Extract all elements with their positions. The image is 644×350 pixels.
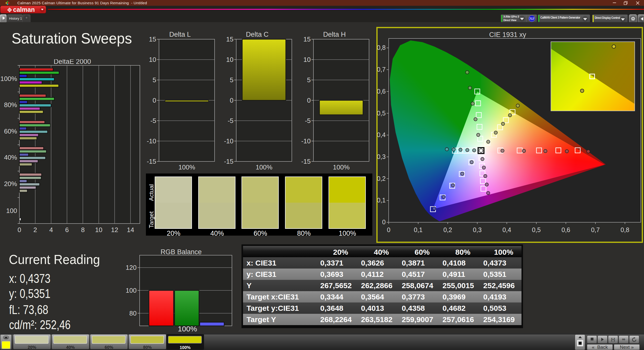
svg-text:0,8: 0,8 bbox=[621, 226, 629, 233]
svg-text:2: 2 bbox=[33, 226, 37, 234]
svg-text:6: 6 bbox=[65, 226, 69, 234]
svg-text:14: 14 bbox=[127, 226, 134, 234]
svg-text:0,5: 0,5 bbox=[377, 110, 386, 117]
svg-text:0,3: 0,3 bbox=[473, 226, 482, 233]
svg-text:15: 15 bbox=[149, 35, 156, 43]
svg-text:100: 100 bbox=[126, 287, 137, 294]
svg-text:20%: 20% bbox=[4, 180, 17, 188]
svg-text:Delta H: Delta H bbox=[323, 32, 346, 38]
svg-text:40%: 40% bbox=[4, 154, 17, 161]
svg-text:-5: -5 bbox=[305, 117, 311, 124]
svg-text:15: 15 bbox=[226, 35, 233, 43]
svg-text:0,8: 0,8 bbox=[377, 44, 386, 51]
svg-text:-15: -15 bbox=[147, 158, 156, 165]
svg-text:Delta C: Delta C bbox=[246, 32, 268, 38]
svg-text:10: 10 bbox=[95, 226, 102, 234]
svg-text:-10: -10 bbox=[224, 137, 233, 145]
svg-text:5: 5 bbox=[230, 76, 233, 84]
svg-text:15: 15 bbox=[303, 35, 311, 43]
svg-text:0,6: 0,6 bbox=[561, 226, 570, 233]
svg-text:120: 120 bbox=[126, 264, 137, 271]
svg-text:0,6: 0,6 bbox=[377, 88, 386, 95]
svg-text:0,7: 0,7 bbox=[591, 226, 600, 233]
svg-text:0,1: 0,1 bbox=[414, 226, 423, 233]
svg-text:10: 10 bbox=[226, 56, 233, 63]
svg-text:60%: 60% bbox=[4, 127, 17, 135]
svg-text:80: 80 bbox=[129, 310, 137, 317]
svg-text:0: 0 bbox=[382, 218, 386, 226]
svg-text:0: 0 bbox=[230, 97, 233, 104]
svg-text:0,3: 0,3 bbox=[377, 153, 386, 160]
svg-text:10: 10 bbox=[303, 56, 311, 63]
svg-text:-10: -10 bbox=[301, 137, 311, 145]
svg-text:100%: 100% bbox=[333, 163, 350, 171]
svg-text:-15: -15 bbox=[224, 158, 233, 165]
svg-text:0: 0 bbox=[307, 97, 311, 104]
svg-text:4: 4 bbox=[49, 226, 53, 234]
svg-text:100%: 100% bbox=[256, 163, 272, 171]
svg-text:8: 8 bbox=[81, 226, 85, 234]
svg-text:12: 12 bbox=[111, 226, 118, 234]
svg-text:5: 5 bbox=[307, 76, 311, 84]
svg-text:0,2: 0,2 bbox=[443, 226, 452, 233]
svg-text:100%: 100% bbox=[1, 75, 17, 82]
svg-text:100: 100 bbox=[6, 207, 17, 214]
svg-text:DeltaE 2000: DeltaE 2000 bbox=[54, 59, 91, 65]
svg-text:100%: 100% bbox=[178, 163, 195, 171]
svg-text:80%: 80% bbox=[4, 101, 17, 109]
svg-text:-5: -5 bbox=[228, 117, 233, 124]
svg-text:0,2: 0,2 bbox=[377, 175, 386, 182]
svg-text:CIE 1931 xy: CIE 1931 xy bbox=[489, 31, 526, 38]
svg-text:0: 0 bbox=[18, 226, 21, 234]
svg-text:Delta L: Delta L bbox=[169, 32, 191, 38]
svg-text:-5: -5 bbox=[150, 117, 156, 124]
svg-text:100%: 100% bbox=[178, 325, 197, 333]
svg-text:RGB Balance: RGB Balance bbox=[160, 248, 202, 256]
svg-text:0,4: 0,4 bbox=[502, 226, 511, 233]
svg-text:0,5: 0,5 bbox=[532, 226, 541, 233]
svg-text:0,1: 0,1 bbox=[377, 197, 386, 204]
svg-text:0,7: 0,7 bbox=[377, 66, 386, 73]
svg-text:-15: -15 bbox=[301, 158, 311, 165]
svg-text:0,4: 0,4 bbox=[377, 131, 386, 138]
svg-text:0: 0 bbox=[387, 226, 390, 233]
svg-text:0: 0 bbox=[153, 97, 156, 104]
svg-text:10: 10 bbox=[149, 56, 156, 63]
svg-text:-10: -10 bbox=[147, 137, 156, 145]
svg-text:5: 5 bbox=[153, 76, 156, 84]
